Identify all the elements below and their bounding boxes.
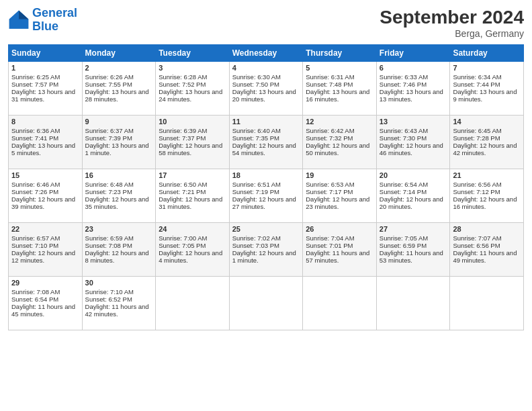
calendar-row: 1Sunrise: 6:25 AMSunset: 7:57 PMDaylight…	[9, 62, 524, 116]
calendar-row: 8Sunrise: 6:36 AMSunset: 7:41 PMDaylight…	[9, 116, 524, 169]
col-thursday: Thursday	[303, 45, 377, 62]
day-number: 10	[159, 118, 226, 126]
calendar-cell: 20Sunrise: 6:54 AMSunset: 7:14 PMDayligh…	[376, 169, 450, 223]
col-wednesday: Wednesday	[229, 45, 303, 62]
calendar-cell: 14Sunrise: 6:45 AMSunset: 7:28 PMDayligh…	[450, 116, 524, 169]
calendar-cell: 7Sunrise: 6:34 AMSunset: 7:44 PMDaylight…	[450, 62, 524, 116]
day-number: 28	[453, 225, 521, 233]
calendar-cell: 9Sunrise: 6:37 AMSunset: 7:39 PMDaylight…	[82, 116, 156, 169]
day-number: 17	[159, 171, 226, 179]
calendar-cell: 15Sunrise: 6:46 AMSunset: 7:26 PMDayligh…	[9, 169, 83, 223]
calendar-cell	[303, 277, 377, 330]
calendar-cell: 23Sunrise: 6:59 AMSunset: 7:08 PMDayligh…	[82, 223, 156, 277]
calendar-row: 15Sunrise: 6:46 AMSunset: 7:26 PMDayligh…	[9, 169, 524, 223]
day-number: 25	[232, 225, 300, 233]
calendar-cell	[229, 277, 303, 330]
day-number: 19	[306, 171, 373, 179]
calendar-cell: 1Sunrise: 6:25 AMSunset: 7:57 PMDaylight…	[9, 62, 83, 116]
calendar-cell: 22Sunrise: 6:57 AMSunset: 7:10 PMDayligh…	[9, 223, 83, 277]
calendar-cell: 25Sunrise: 7:02 AMSunset: 7:03 PMDayligh…	[229, 223, 303, 277]
calendar-cell: 26Sunrise: 7:04 AMSunset: 7:01 PMDayligh…	[303, 223, 377, 277]
page-container: General Blue September 2024 Berga, Germa…	[0, 0, 532, 337]
calendar-cell: 27Sunrise: 7:05 AMSunset: 6:59 PMDayligh…	[376, 223, 450, 277]
col-sunday: Sunday	[9, 45, 83, 62]
calendar-cell	[156, 277, 230, 330]
day-number: 15	[11, 171, 79, 179]
day-number: 29	[11, 279, 79, 287]
day-number: 13	[380, 118, 447, 126]
day-number: 26	[306, 225, 373, 233]
calendar-cell: 2Sunrise: 6:26 AMSunset: 7:55 PMDaylight…	[82, 62, 156, 116]
day-number: 11	[232, 118, 300, 126]
day-number: 24	[159, 225, 226, 233]
logo-text: General Blue	[32, 7, 77, 34]
calendar-cell: 5Sunrise: 6:31 AMSunset: 7:48 PMDaylight…	[303, 62, 377, 116]
calendar-table: Sunday Monday Tuesday Wednesday Thursday…	[8, 44, 524, 330]
day-number: 2	[85, 64, 153, 72]
calendar-cell: 10Sunrise: 6:39 AMSunset: 7:37 PMDayligh…	[156, 116, 230, 169]
month-title: September 2024	[380, 7, 524, 28]
day-number: 18	[232, 171, 300, 179]
calendar-cell	[450, 277, 524, 330]
svg-marker-1	[19, 10, 28, 19]
day-number: 1	[11, 64, 79, 72]
calendar-cell: 24Sunrise: 7:00 AMSunset: 7:05 PMDayligh…	[156, 223, 230, 277]
calendar-row: 22Sunrise: 6:57 AMSunset: 7:10 PMDayligh…	[9, 223, 524, 277]
day-number: 4	[232, 64, 300, 72]
calendar-cell	[376, 277, 450, 330]
day-number: 7	[453, 64, 521, 72]
day-number: 30	[85, 279, 153, 287]
calendar-cell: 4Sunrise: 6:30 AMSunset: 7:50 PMDaylight…	[229, 62, 303, 116]
day-number: 6	[380, 64, 447, 72]
day-number: 8	[11, 118, 79, 126]
calendar-cell: 16Sunrise: 6:48 AMSunset: 7:23 PMDayligh…	[82, 169, 156, 223]
calendar-cell: 8Sunrise: 6:36 AMSunset: 7:41 PMDaylight…	[9, 116, 83, 169]
logo: General Blue	[8, 7, 77, 34]
calendar-cell: 28Sunrise: 7:07 AMSunset: 6:56 PMDayligh…	[450, 223, 524, 277]
day-number: 3	[159, 64, 226, 72]
col-saturday: Saturday	[450, 45, 524, 62]
calendar-cell: 3Sunrise: 6:28 AMSunset: 7:52 PMDaylight…	[156, 62, 230, 116]
logo-icon	[8, 9, 30, 31]
day-number: 20	[380, 171, 447, 179]
day-number: 21	[453, 171, 521, 179]
day-number: 22	[11, 225, 79, 233]
header: General Blue September 2024 Berga, Germa…	[8, 7, 524, 39]
calendar-row: 29Sunrise: 7:08 AMSunset: 6:54 PMDayligh…	[9, 277, 524, 330]
logo-blue: Blue	[32, 19, 58, 33]
calendar-cell: 13Sunrise: 6:43 AMSunset: 7:30 PMDayligh…	[376, 116, 450, 169]
calendar-cell: 6Sunrise: 6:33 AMSunset: 7:46 PMDaylight…	[376, 62, 450, 116]
col-monday: Monday	[82, 45, 156, 62]
day-number: 16	[85, 171, 153, 179]
col-friday: Friday	[376, 45, 450, 62]
day-number: 27	[380, 225, 447, 233]
calendar-cell: 11Sunrise: 6:40 AMSunset: 7:35 PMDayligh…	[229, 116, 303, 169]
calendar-cell: 12Sunrise: 6:42 AMSunset: 7:32 PMDayligh…	[303, 116, 377, 169]
logo-general: General	[32, 6, 77, 19]
calendar-body: 1Sunrise: 6:25 AMSunset: 7:57 PMDaylight…	[9, 62, 524, 330]
calendar-header: Sunday Monday Tuesday Wednesday Thursday…	[9, 45, 524, 62]
calendar-cell: 29Sunrise: 7:08 AMSunset: 6:54 PMDayligh…	[9, 277, 83, 330]
header-row: Sunday Monday Tuesday Wednesday Thursday…	[9, 45, 524, 62]
calendar-cell: 19Sunrise: 6:53 AMSunset: 7:17 PMDayligh…	[303, 169, 377, 223]
col-tuesday: Tuesday	[156, 45, 230, 62]
day-number: 23	[85, 225, 153, 233]
calendar-cell: 21Sunrise: 6:56 AMSunset: 7:12 PMDayligh…	[450, 169, 524, 223]
day-number: 5	[306, 64, 373, 72]
day-number: 14	[453, 118, 521, 126]
title-block: September 2024 Berga, Germany	[380, 7, 524, 39]
calendar-cell: 18Sunrise: 6:51 AMSunset: 7:19 PMDayligh…	[229, 169, 303, 223]
location: Berga, Germany	[380, 28, 524, 39]
calendar-cell: 17Sunrise: 6:50 AMSunset: 7:21 PMDayligh…	[156, 169, 230, 223]
calendar-cell: 30Sunrise: 7:10 AMSunset: 6:52 PMDayligh…	[82, 277, 156, 330]
day-number: 12	[306, 118, 373, 126]
day-number: 9	[85, 118, 153, 126]
